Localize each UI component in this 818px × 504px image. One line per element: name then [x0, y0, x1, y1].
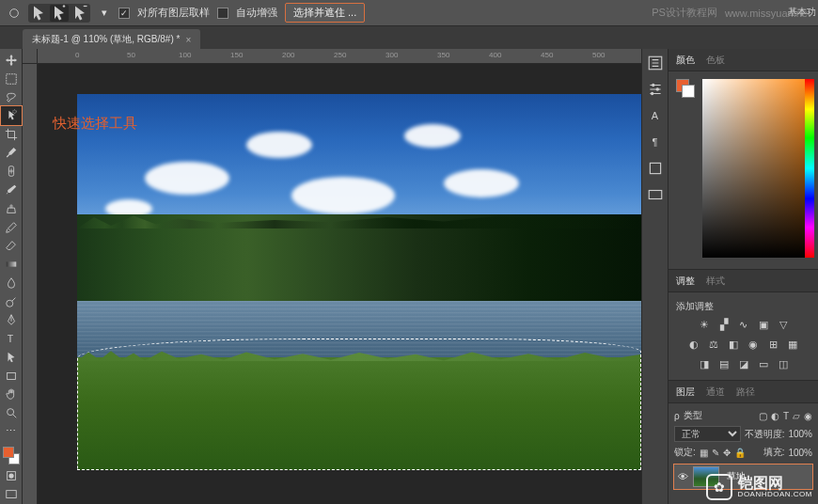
paragraph-panel-icon[interactable]: ¶	[647, 134, 664, 150]
foreground-background-colors[interactable]	[1, 445, 22, 467]
colorbal-adj-icon[interactable]: ⚖	[707, 338, 721, 352]
brightness-adj-icon[interactable]: ☀	[697, 318, 711, 332]
filter-type-icon[interactable]: T	[783, 411, 789, 421]
eraser-tool[interactable]	[1, 237, 22, 256]
blur-tool[interactable]	[1, 274, 22, 292]
opacity-value[interactable]: 100%	[788, 429, 812, 439]
path-selection-tool[interactable]	[1, 348, 22, 367]
background-swatch[interactable]	[682, 85, 695, 98]
svg-rect-1	[6, 73, 16, 84]
pen-tool[interactable]	[1, 311, 22, 330]
tool-preset-icon[interactable]	[8, 7, 21, 20]
new-selection-button[interactable]	[29, 5, 48, 22]
selective-color-adj-icon[interactable]: ◫	[776, 357, 790, 371]
quick-selection-tool[interactable]	[1, 106, 22, 125]
brushes-panel-icon[interactable]	[647, 160, 664, 177]
vibrance-adj-icon[interactable]: ▽	[776, 318, 790, 332]
history-panel-icon[interactable]	[647, 55, 664, 71]
healing-brush-tool[interactable]	[1, 163, 22, 181]
threshold-adj-icon[interactable]: ◪	[736, 357, 750, 371]
adjustments-panel: 添加调整 ☀ ▞ ∿ ▣ ▽ ◐ ⚖ ◧ ◉ ⊞ ▦ ◨	[669, 292, 818, 380]
layers-tab[interactable]: 图层	[676, 386, 695, 399]
options-bar: ▾ ✓ 对所有图层取样 自动增强 选择并遮住 ... PS设计教程网 www.m…	[0, 0, 818, 26]
adjustments-panel-tabs: 调整 样式	[669, 270, 818, 292]
sample-all-layers-checkbox[interactable]: ✓	[118, 8, 130, 19]
hand-tool[interactable]	[1, 386, 22, 404]
lock-pos-icon[interactable]: ✥	[723, 448, 731, 458]
lasso-tool[interactable]	[1, 88, 22, 107]
curves-adj-icon[interactable]: ∿	[736, 318, 750, 332]
history-brush-tool[interactable]	[1, 218, 22, 237]
swatches-tab[interactable]: 色板	[706, 54, 725, 67]
lock-all-icon[interactable]: 🔒	[734, 448, 746, 458]
channels-tab[interactable]: 通道	[706, 386, 725, 399]
gradient-tool[interactable]	[1, 255, 22, 274]
watermark-cn: 铠图网	[738, 476, 812, 491]
filter-shape-icon[interactable]: ▱	[793, 411, 800, 421]
opacity-label: 不透明度:	[745, 428, 785, 441]
hue-adj-icon[interactable]: ◐	[687, 338, 701, 352]
edit-toolbar-icon[interactable]: ⋯	[1, 422, 22, 441]
color-picker-panel[interactable]	[669, 71, 818, 269]
rectangle-tool[interactable]	[1, 367, 22, 386]
adjustments-tab[interactable]: 调整	[676, 275, 695, 288]
properties-panel-icon[interactable]	[647, 81, 664, 98]
photo-filter-adj-icon[interactable]: ◉	[747, 338, 761, 352]
character-panel-icon[interactable]: A	[647, 107, 664, 124]
lookup-adj-icon[interactable]: ▦	[786, 338, 800, 352]
watermark-en: DOANHDOAN.COM	[738, 491, 812, 498]
clone-stamp-tool[interactable]	[1, 199, 22, 218]
move-tool[interactable]	[1, 51, 22, 70]
styles-tab[interactable]: 样式	[706, 275, 725, 288]
type-tool[interactable]: T	[1, 329, 22, 348]
vertical-ruler[interactable]	[23, 64, 38, 504]
canvas-area[interactable]: 050100150200250300350400450500550 快速选择工具	[23, 49, 641, 504]
kind-filter-icon[interactable]: ρ	[674, 411, 680, 421]
quick-mask-icon[interactable]	[1, 466, 22, 485]
document-tab-bar: 未标题-1 @ 110% (草地, RGB/8#) * ×	[0, 26, 818, 49]
color-tab[interactable]: 颜色	[676, 54, 695, 67]
subtract-selection-button[interactable]	[71, 5, 89, 22]
site-label: PS设计教程网	[652, 6, 717, 20]
document-tab[interactable]: 未标题-1 @ 110% (草地, RGB/8#) * ×	[23, 29, 200, 49]
filter-adj-icon[interactable]: ◐	[771, 411, 779, 421]
brush-tool[interactable]	[1, 181, 22, 199]
invert-adj-icon[interactable]: ◨	[697, 357, 711, 371]
dodge-tool[interactable]	[1, 292, 22, 311]
filter-smart-icon[interactable]: ◉	[804, 411, 812, 421]
svg-point-5	[6, 300, 12, 307]
watermark-logo-icon: ✿	[706, 474, 732, 500]
zoom-tool[interactable]	[1, 403, 22, 422]
svg-rect-7	[7, 372, 15, 379]
gradient-map-adj-icon[interactable]: ▭	[756, 357, 770, 371]
hue-slider[interactable]	[805, 79, 814, 258]
posterize-adj-icon[interactable]: ▤	[716, 357, 731, 371]
brush-size-dropdown[interactable]: ▾	[98, 7, 111, 20]
layer-visibility-icon[interactable]: 👁	[676, 471, 689, 482]
fill-value[interactable]: 100%	[788, 448, 812, 458]
horizontal-ruler[interactable]: 050100150200250300350400450500550	[38, 49, 641, 64]
filter-pixel-icon[interactable]: ▢	[759, 411, 767, 421]
crop-tool[interactable]	[1, 125, 22, 144]
color-field[interactable]	[702, 79, 806, 258]
exposure-adj-icon[interactable]: ▣	[756, 318, 770, 332]
ruler-origin[interactable]	[23, 49, 38, 64]
lock-paint-icon[interactable]: ✎	[712, 448, 719, 458]
marquee-tool[interactable]	[1, 70, 22, 88]
svg-text:T: T	[7, 333, 13, 344]
svg-point-2	[12, 110, 16, 114]
info-panel-icon[interactable]	[647, 186, 664, 203]
auto-enhance-checkbox[interactable]	[217, 8, 228, 19]
canvas-image[interactable]	[77, 94, 641, 470]
blend-mode-select[interactable]: 正常	[674, 426, 741, 442]
bw-adj-icon[interactable]: ◧	[727, 338, 741, 352]
select-and-mask-button[interactable]: 选择并遮住 ...	[285, 3, 365, 23]
eyedropper-tool[interactable]	[1, 144, 22, 163]
lock-trans-icon[interactable]: ▦	[700, 448, 708, 458]
channel-mixer-adj-icon[interactable]: ⊞	[766, 338, 780, 352]
paths-tab[interactable]: 路径	[736, 386, 755, 399]
levels-adj-icon[interactable]: ▞	[716, 318, 731, 332]
screen-mode-icon[interactable]	[1, 485, 22, 504]
close-tab-icon[interactable]: ×	[185, 35, 191, 45]
add-selection-button[interactable]	[50, 5, 69, 22]
